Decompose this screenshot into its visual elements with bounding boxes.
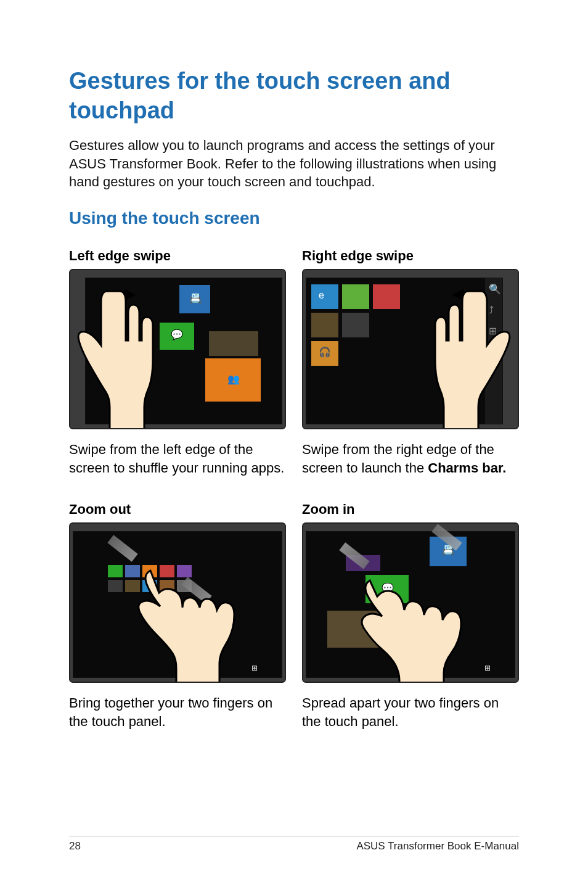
intro-paragraph: Gestures allow you to launch programs an… bbox=[69, 136, 519, 191]
gesture-desc-right-swipe-bold: Charms bar. bbox=[428, 460, 506, 476]
page-number: 28 bbox=[69, 840, 81, 852]
gestures-grid: Left edge swipe 📇 💬 👥 Swipe from the lef… bbox=[69, 248, 519, 731]
windows-icon: ⊞ bbox=[483, 664, 492, 674]
illustration-zoom-in: 📇 💬 ⊞ bbox=[302, 522, 519, 683]
gesture-desc-zoom-out: Bring together your two fingers on the t… bbox=[69, 694, 286, 730]
hand-icon bbox=[340, 546, 476, 683]
gesture-desc-zoom-in: Spread apart your two fingers on the tou… bbox=[302, 694, 519, 730]
gesture-right-swipe: Right edge swipe e 🎧 🔍 ⤴ ⊞ ⚙ bbox=[302, 248, 519, 477]
gesture-zoom-out: Zoom out ⊞ bbox=[69, 501, 286, 730]
gesture-title-right-swipe: Right edge swipe bbox=[302, 248, 519, 264]
hand-icon bbox=[107, 546, 243, 683]
section-subtitle: Using the touch screen bbox=[69, 208, 519, 228]
gesture-desc-left-swipe: Swipe from the left edge of the screen t… bbox=[69, 440, 286, 477]
gesture-title-zoom-in: Zoom in bbox=[302, 501, 519, 518]
page-content: Gestures for the touch screen and touchp… bbox=[0, 0, 588, 731]
illustration-right-swipe: e 🎧 🔍 ⤴ ⊞ ⚙ bbox=[302, 269, 519, 429]
footer-doc-title: ASUS Transformer Book E-Manual bbox=[356, 840, 519, 852]
gesture-zoom-in: Zoom in 📇 💬 ⊞ Spread apart your tw bbox=[302, 501, 519, 730]
windows-icon: ⊞ bbox=[250, 664, 259, 674]
hand-icon bbox=[69, 284, 175, 429]
page-title: Gestures for the touch screen and touchp… bbox=[69, 67, 519, 125]
gesture-left-swipe: Left edge swipe 📇 💬 👥 Swipe from the lef… bbox=[69, 248, 286, 477]
illustration-zoom-out: ⊞ bbox=[69, 522, 286, 683]
gesture-title-left-swipe: Left edge swipe bbox=[69, 248, 286, 264]
page-footer: 28 ASUS Transformer Book E-Manual bbox=[69, 836, 519, 852]
gesture-title-zoom-out: Zoom out bbox=[69, 501, 286, 518]
illustration-left-swipe: 📇 💬 👥 bbox=[69, 269, 286, 429]
gesture-desc-right-swipe: Swipe from the right edge of the screen … bbox=[302, 440, 519, 477]
hand-icon bbox=[413, 284, 519, 429]
